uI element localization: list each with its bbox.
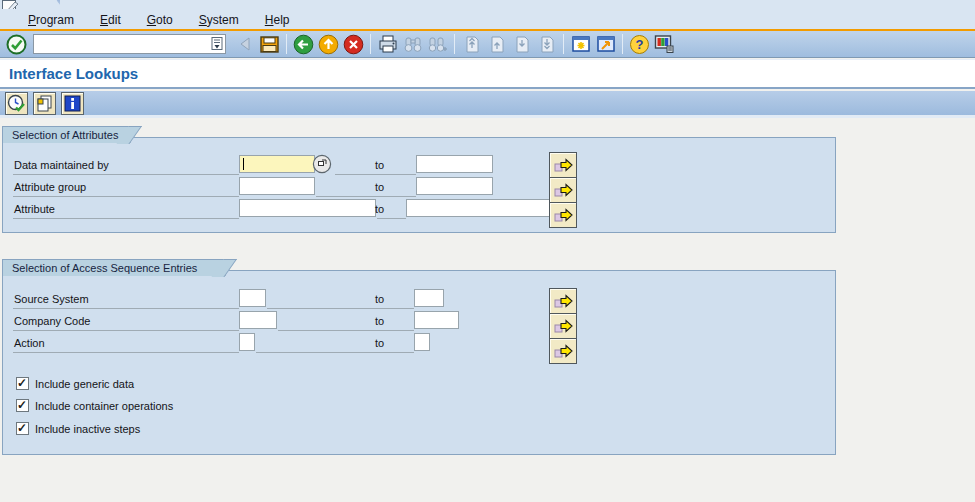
menu-help[interactable]: Help [265,13,290,27]
page-down-button [510,33,533,56]
cancel-button[interactable] [342,33,365,56]
data-maintained-by-to-input[interactable] [416,155,493,173]
include-generic-data-checkbox[interactable] [16,377,29,390]
company-code-from-input[interactable] [239,311,277,329]
window-top-strip [0,0,975,10]
exit-arrow-icon [318,34,339,55]
multiple-selection-arrow-icon [553,317,573,335]
to-label: to [375,337,384,349]
field-row-source-system: Source System to [3,289,835,311]
back-arrow-icon [293,34,314,55]
checkbox-row-include-generic-data: Include generic data [16,377,134,390]
multiple-selection-button[interactable] [549,338,577,364]
execute-clock-icon [7,94,26,113]
multiple-selection-arrow-icon [553,206,573,224]
group-selection-of-access-sequence-entries: Selection of Access Sequence Entries Sou… [2,270,836,455]
include-inactive-steps-checkbox[interactable] [16,422,29,435]
application-toolbar [0,91,975,118]
multiple-selection-button[interactable] [549,177,577,203]
toolbar-separator [563,34,564,54]
info-button[interactable] [61,92,84,115]
action-from-input[interactable] [239,333,255,351]
multiple-selection-button[interactable] [549,288,577,314]
find-next-binoculars-icon [428,35,448,54]
page-title: Interface Lookups [9,65,138,82]
dropdown-left-button [233,33,256,56]
action-to-input[interactable] [414,333,430,351]
to-label: to [375,203,384,215]
shortcut-icon [596,35,616,54]
menu-system[interactable]: System [199,13,239,27]
field-row-action: Action to [3,333,835,355]
group-title: Selection of Access Sequence Entries [2,259,226,276]
multiple-selection-arrow-icon [553,292,573,310]
new-session-button[interactable] [569,33,592,56]
menu-goto[interactable]: Goto [147,13,173,27]
group-selection-of-attributes: Selection of Attributes Data maintained … [2,137,836,233]
field-row-attribute: Attribute to [3,199,835,221]
standard-toolbar: ? [0,31,975,58]
field-label: Company Code [14,315,90,327]
command-history-icon[interactable] [209,36,224,52]
get-variant-button[interactable] [33,92,56,115]
attribute-group-to-input[interactable] [416,177,493,195]
source-system-to-input[interactable] [414,289,444,307]
save-button[interactable] [258,33,281,56]
attribute-group-from-input[interactable] [239,177,315,195]
field-row-attribute-group: Attribute group to [3,177,835,199]
enter-check-icon [6,34,27,55]
back-button[interactable] [292,33,315,56]
matchcode-icon[interactable] [312,154,332,174]
checkbox-label: Include container operations [35,400,173,412]
menu-program[interactable]: Program [28,13,74,27]
find-binoculars-icon [403,35,423,54]
logo-fragment-icon [26,0,60,10]
screen-title-bar: Interface Lookups [0,59,975,89]
multiple-selection-button[interactable] [549,152,577,178]
execute-button[interactable] [5,92,28,115]
multiple-selection-arrow-icon [553,181,573,199]
checkbox-label: Include inactive steps [35,423,140,435]
find-button [401,33,424,56]
menu-edit[interactable]: Edit [100,13,121,27]
field-label: Data maintained by [14,159,109,171]
to-label: to [375,159,384,171]
checkbox-row-include-inactive-steps: Include inactive steps [16,422,140,435]
toolbar-separator [370,34,371,54]
company-code-to-input[interactable] [414,311,459,329]
customize-layout-icon [654,34,675,54]
field-label: Attribute [14,203,55,215]
enter-button[interactable] [5,33,28,56]
source-system-from-input[interactable] [239,289,266,307]
include-container-operations-checkbox[interactable] [16,399,29,412]
checkbox-label: Include generic data [35,378,134,390]
command-field-wrap [33,34,226,54]
field-label: Source System [14,293,89,305]
command-field[interactable] [33,34,226,54]
data-maintained-by-from-input[interactable] [239,155,315,173]
multiple-selection-button[interactable] [549,202,577,228]
cancel-x-icon [343,34,364,55]
help-button[interactable]: ? [628,33,651,56]
get-variant-icon [35,94,54,113]
customize-layout-button[interactable] [653,33,676,56]
create-shortcut-button[interactable] [594,33,617,56]
multiple-selection-arrow-icon [553,156,573,174]
toolbar-separator [286,34,287,54]
attribute-from-input[interactable] [239,199,376,217]
field-row-company-code: Company Code to [3,311,835,333]
text-cursor [243,158,244,170]
page-up-icon [488,35,506,54]
exit-button[interactable] [317,33,340,56]
attribute-to-input[interactable] [406,199,550,217]
page-up-button [485,33,508,56]
group-title: Selection of Attributes [2,126,131,143]
selection-screen: Selection of Attributes Data maintained … [0,121,975,502]
print-button[interactable] [376,33,399,56]
multiple-selection-button[interactable] [549,313,577,339]
left-triangle-icon [239,37,251,51]
first-page-icon [463,35,481,54]
new-session-icon [571,35,591,54]
field-label: Attribute group [14,181,86,193]
to-label: to [375,181,384,193]
